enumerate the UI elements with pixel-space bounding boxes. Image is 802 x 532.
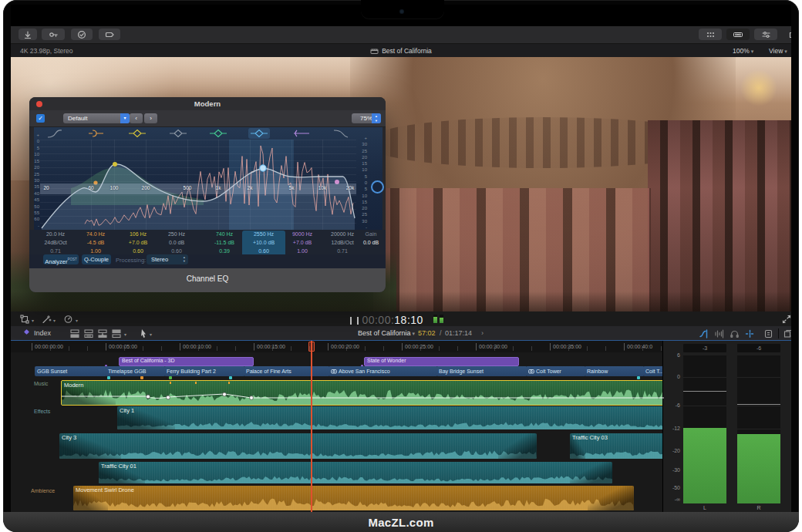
band-5-values[interactable]: 740 Hz-11.5 dB0.39 [204,230,244,255]
filmstrip-view-button[interactable] [726,29,750,40]
share-button[interactable] [783,29,791,40]
total-duration: 01:17:14 [445,329,472,337]
solo-icon[interactable] [730,329,740,338]
meter-label-left: L [683,505,726,510]
skimming-icon[interactable] [699,329,709,338]
append-edit-icon[interactable] [69,328,80,338]
video-clip[interactable]: Timelapse GGB [106,366,166,376]
analyzer-button[interactable]: AnalyzerPOST [43,254,79,264]
import-button[interactable] [19,29,37,40]
gain-values[interactable]: Gain0.0 dB [358,230,384,247]
keyword-button[interactable] [99,29,120,40]
audio-skimming-icon[interactable] [714,329,724,338]
view-dropdown[interactable]: View▾ [769,47,787,55]
media-key-button[interactable] [42,29,65,40]
bypass-checkbox[interactable]: ✓ [36,114,45,123]
playhead[interactable] [311,341,312,512]
eq-band-6-bell-icon[interactable] [248,128,270,139]
next-marker-icon[interactable]: › [481,329,484,337]
elapsed-time: 57:02 [418,329,436,337]
enhance-tool[interactable] [42,315,52,324]
video-clip[interactable]: Palace of Fine Arts [244,366,330,376]
chevron-down-icon[interactable]: ▾ [150,332,152,337]
browser-view-button[interactable] [699,29,722,40]
band-7-values[interactable]: 9000 Hz+7.0 dB1.00 [282,230,322,255]
keyword-marker[interactable] [169,376,172,379]
window-size-stepper[interactable]: 75% ▴▾ [352,113,381,123]
snapping-icon[interactable] [745,329,755,338]
band-3-values[interactable]: 106 Hz+7.0 dB0.60 [118,230,158,255]
keyword-marker[interactable] [229,376,232,379]
band-8-values[interactable]: 20000 Hz12dB/Oct0.71 [322,230,362,255]
timeline-ruler[interactable]: 00:00:00:00 00:00:05:00 00:00:10:00 00:0… [11,341,663,352]
fullscreen-icon[interactable] [782,315,791,324]
eq-window-titlebar[interactable]: Modern [29,97,386,110]
connect-edit-icon[interactable] [97,328,108,338]
retime-tool[interactable] [63,315,73,324]
master-gain-knob[interactable] [371,180,384,194]
eq-band-1-highpass-icon[interactable] [43,128,65,139]
insert-edit-icon[interactable] [83,328,94,338]
preset-prev-button[interactable]: ‹ [130,113,143,123]
timeline-project-dropdown[interactable]: Best of California▾ [358,329,415,337]
eq-plot[interactable]: 20 60 100 200 500 1k 2k 5k 10k 20k [40,140,356,230]
audio-clip-ambience[interactable]: Movement Swirl Drone [73,486,634,510]
processing-dropdown[interactable]: Stereo▴▾ [147,254,188,264]
preset-next-button[interactable]: › [144,113,157,123]
band-1-values[interactable]: 20.0 Hz24dB/Oct0.71 [35,230,76,255]
camera-icon [331,369,337,374]
eq-band-5-bell-icon[interactable] [207,128,229,139]
audio-clip-effects[interactable]: Traffic City 03 [570,433,665,459]
title-clip[interactable]: State of Wonder [364,357,519,366]
eq-footer[interactable]: Channel EQ [29,268,386,292]
freq-tick: 500 [184,185,192,190]
eq-band-7-bell-icon[interactable] [291,128,312,139]
audio-clip-effects[interactable]: Traffic City 01 [99,462,612,483]
meter-scale: 6 [663,352,680,359]
overwrite-edit-icon[interactable] [111,328,122,338]
video-clip[interactable]: Rainbow [585,366,645,376]
chevron-down-icon[interactable]: ▾ [76,318,78,323]
colonnade-shade [648,120,791,311]
title-clip[interactable]: Best of California - 3D [119,357,254,366]
eq-band-4-bell-icon[interactable] [167,128,189,139]
chevron-down-icon[interactable]: ▾ [53,318,56,323]
preset-dropdown[interactable]: Default ▾ [63,113,130,123]
transform-tool[interactable] [20,315,30,324]
favorite-button[interactable] [71,29,93,40]
effects-icon[interactable] [763,329,773,338]
share-icon [788,29,791,39]
volume-automation[interactable] [62,381,664,403]
video-clip[interactable]: Coit Tower [526,366,586,376]
chevron-down-icon: ▾ [413,331,416,336]
chevron-down-icon[interactable]: ▾ [124,332,126,337]
band-2-values[interactable]: 74.0 Hz-4.5 dB1.00 [76,230,116,255]
browser-toggle-icon[interactable] [783,329,791,338]
video-clip[interactable]: GGB Sunset [35,366,107,376]
video-clip[interactable]: Bay Bridge Sunset [436,366,527,376]
index-button[interactable]: Index [34,329,51,337]
eq-band-3-bell-icon[interactable] [126,128,148,139]
eq-band-2-lowshelf-icon[interactable] [84,128,106,139]
q-couple-button[interactable]: Q-Couple [82,254,111,264]
adjust-button[interactable] [754,29,777,40]
keyword-marker[interactable] [140,376,143,379]
audio-clip-effects[interactable]: City 1 [117,406,665,429]
zoom-dropdown[interactable]: 100%▾ [733,47,753,55]
eq-band-8-lowpass-icon[interactable] [331,128,352,139]
pause-icon[interactable] [350,317,359,325]
audio-clip-music[interactable]: Modern [61,380,666,406]
band-4-values[interactable]: 250 Hz0.0 dB0.60 [157,230,197,255]
keyword-marker[interactable] [107,376,110,379]
band-6-values[interactable]: 2550 Hz+10.0 dB0.60 [244,230,284,255]
lane-label-ambience: Ambience [31,488,55,493]
meter-scale: -∞ [663,497,680,503]
audio-clip-effects[interactable]: City 3 [59,433,537,459]
toolbar-divider [778,328,779,338]
close-button[interactable] [36,101,42,107]
keyword-marker[interactable] [637,376,640,379]
video-clip[interactable]: Above San Francisco [329,366,438,376]
select-tool-icon[interactable] [139,328,148,338]
chevron-down-icon[interactable]: ▾ [32,318,34,323]
video-clip[interactable]: Ferry Building Part 2 [164,366,245,376]
